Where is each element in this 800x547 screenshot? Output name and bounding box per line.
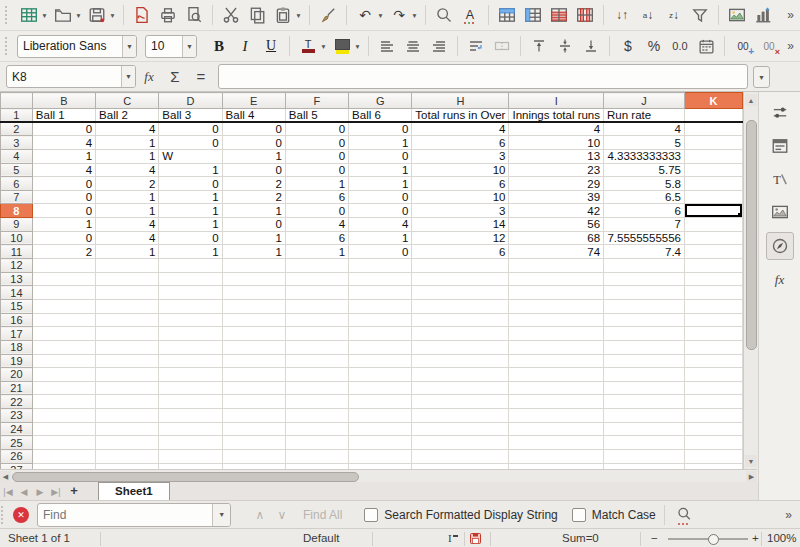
cell-K16[interactable] — [685, 313, 743, 327]
cell-K7[interactable] — [685, 190, 743, 204]
zoom-in-button[interactable]: + — [752, 532, 759, 544]
row-header-22[interactable]: 22 — [1, 395, 33, 409]
cell-E9[interactable]: 0 — [222, 218, 285, 232]
cell-H7[interactable]: 10 — [412, 190, 509, 204]
scroll-left-button[interactable]: ◀ — [0, 471, 11, 482]
insert-chart-icon[interactable] — [751, 3, 775, 27]
cell-E8[interactable]: 1 — [222, 204, 285, 218]
cell-D21[interactable] — [159, 381, 222, 395]
cell-J5[interactable]: 5.75 — [604, 163, 685, 177]
select-all-corner[interactable] — [1, 93, 33, 109]
cell-K19[interactable] — [685, 354, 743, 368]
cell-I24[interactable] — [509, 422, 604, 436]
cell-J8[interactable]: 6 — [604, 204, 685, 218]
cell-H3[interactable]: 6 — [412, 136, 509, 150]
vertical-scrollbar[interactable]: ▲ ▼ — [743, 92, 758, 469]
spelling-icon[interactable]: A — [458, 3, 482, 27]
save-icon[interactable] — [85, 3, 109, 27]
cell-I11[interactable]: 74 — [509, 245, 604, 259]
search-formatted-checkbox[interactable]: Search Formatted Display String — [364, 508, 557, 522]
align-center-icon[interactable] — [401, 34, 425, 58]
cell-J21[interactable] — [604, 381, 685, 395]
highlighting-color-dropdown[interactable]: ▼ — [353, 34, 362, 58]
cell-H4[interactable]: 3 — [412, 149, 509, 163]
cell-I10[interactable]: 68 — [509, 231, 604, 245]
cell-K21[interactable] — [685, 381, 743, 395]
row-header-18[interactable]: 18 — [1, 340, 33, 354]
cell-K1[interactable] — [685, 109, 743, 123]
cell-H26[interactable] — [412, 450, 509, 464]
cell-B13[interactable] — [32, 272, 95, 286]
cell-C22[interactable] — [96, 395, 159, 409]
cell-H5[interactable]: 10 — [412, 163, 509, 177]
cell-I5[interactable]: 23 — [509, 163, 604, 177]
sheet-number-indicator[interactable]: Sheet 1 of 1 — [8, 532, 70, 544]
open-icon[interactable] — [51, 3, 75, 27]
cell-E19[interactable] — [222, 354, 285, 368]
navigator-icon[interactable] — [766, 232, 794, 260]
cell-D5[interactable]: 1 — [159, 163, 222, 177]
cell-E17[interactable] — [222, 327, 285, 341]
cell-I12[interactable] — [509, 259, 604, 273]
save-dropdown[interactable]: ▼ — [108, 3, 117, 27]
cell-I6[interactable]: 29 — [509, 177, 604, 191]
cell-G8[interactable]: 0 — [349, 204, 412, 218]
cell-C16[interactable] — [96, 313, 159, 327]
cell-G19[interactable] — [349, 354, 412, 368]
cell-B19[interactable] — [32, 354, 95, 368]
cell-B16[interactable] — [32, 313, 95, 327]
row-header-23[interactable]: 23 — [1, 409, 33, 423]
cell-K14[interactable] — [685, 286, 743, 300]
styles-icon[interactable]: T — [767, 166, 793, 192]
cell-B6[interactable]: 0 — [32, 177, 95, 191]
cell-I23[interactable] — [509, 409, 604, 423]
cell-E22[interactable] — [222, 395, 285, 409]
cell-I4[interactable]: 13 — [509, 149, 604, 163]
percent-format-icon[interactable]: % — [642, 34, 666, 58]
cell-G25[interactable] — [349, 436, 412, 450]
cell-H13[interactable] — [412, 272, 509, 286]
cell-F7[interactable]: 6 — [285, 190, 348, 204]
cell-H1[interactable]: Total runs in Over — [412, 109, 509, 123]
cell-B21[interactable] — [32, 381, 95, 395]
find-and-replace-icon[interactable] — [673, 503, 697, 527]
cell-F14[interactable] — [285, 286, 348, 300]
cell-K5[interactable] — [685, 163, 743, 177]
row-header-3[interactable]: 3 — [1, 136, 33, 150]
cell-I8[interactable]: 42 — [509, 204, 604, 218]
functions-icon[interactable]: fx — [767, 267, 793, 293]
cell-F4[interactable]: 0 — [285, 149, 348, 163]
autofilter-icon[interactable] — [688, 3, 712, 27]
cell-F5[interactable]: 0 — [285, 163, 348, 177]
cell-B8[interactable]: 0 — [32, 204, 95, 218]
cell-B18[interactable] — [32, 340, 95, 354]
cell-J20[interactable] — [604, 368, 685, 382]
column-header-H[interactable]: H — [412, 93, 509, 109]
cell-C10[interactable]: 4 — [96, 231, 159, 245]
cell-H23[interactable] — [412, 409, 509, 423]
export-pdf-icon[interactable] — [130, 3, 154, 27]
font-size-dropdown[interactable]: ▼ — [182, 36, 196, 57]
cell-C19[interactable] — [96, 354, 159, 368]
redo-dropdown[interactable]: ▼ — [410, 3, 419, 27]
find-previous-icon[interactable]: ∧ — [249, 508, 271, 522]
cell-C6[interactable]: 2 — [96, 177, 159, 191]
cell-B23[interactable] — [32, 409, 95, 423]
cell-J26[interactable] — [604, 450, 685, 464]
sum-indicator[interactable]: Sum=0 — [562, 532, 599, 544]
document-modified-icon[interactable] — [470, 533, 481, 546]
function-wizard-icon[interactable]: fx — [136, 69, 162, 85]
cell-E21[interactable] — [222, 381, 285, 395]
cell-E15[interactable] — [222, 299, 285, 313]
cell-E10[interactable]: 1 — [222, 231, 285, 245]
cell-B5[interactable]: 4 — [32, 163, 95, 177]
cell-F22[interactable] — [285, 395, 348, 409]
cell-D10[interactable]: 0 — [159, 231, 222, 245]
insert-columns-before-icon[interactable] — [521, 3, 545, 27]
cell-I17[interactable] — [509, 327, 604, 341]
cell-F6[interactable]: 1 — [285, 177, 348, 191]
cell-C12[interactable] — [96, 259, 159, 273]
cell-K3[interactable] — [685, 136, 743, 150]
cell-K10[interactable] — [685, 231, 743, 245]
scroll-down-button[interactable]: ▼ — [745, 455, 757, 467]
